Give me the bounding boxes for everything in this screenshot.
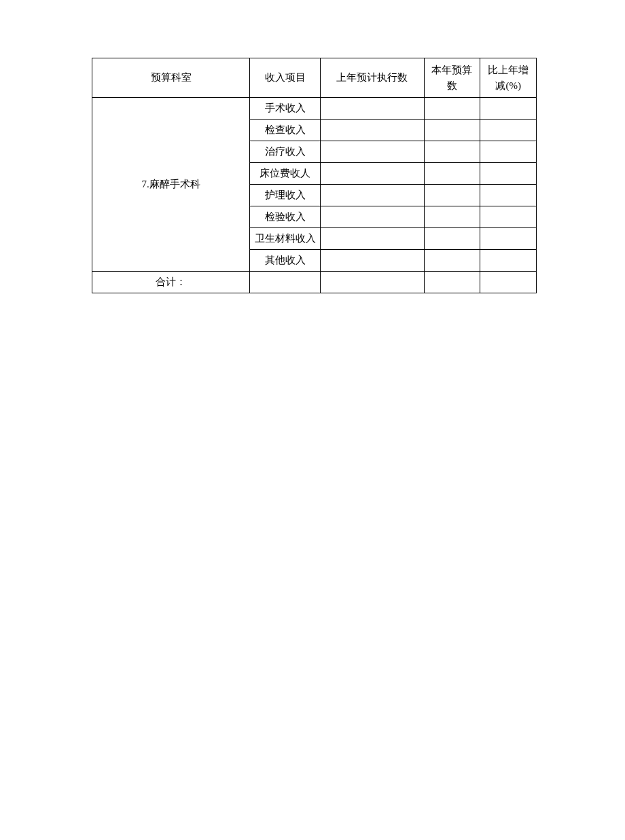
item-label: 其他收入 <box>250 250 320 272</box>
department-label: 7.麻醉手术科 <box>92 98 250 272</box>
cell-pct <box>480 206 537 228</box>
cell-budget <box>424 185 480 206</box>
total-label: 合计： <box>92 272 250 293</box>
cell-prev <box>320 163 424 185</box>
table-row: 7.麻醉手术科 手术收入 <box>92 98 537 120</box>
cell-budget <box>424 98 480 120</box>
cell-pct <box>480 120 537 141</box>
cell-budget <box>424 250 480 272</box>
cell-budget <box>424 120 480 141</box>
item-label: 检验收入 <box>250 206 320 228</box>
cell-budget <box>424 206 480 228</box>
cell-prev <box>320 250 424 272</box>
item-label: 治疗收入 <box>250 141 320 163</box>
cell-prev <box>320 141 424 163</box>
cell-prev <box>320 228 424 250</box>
total-pct <box>480 272 537 293</box>
cell-pct <box>480 98 537 120</box>
total-prev <box>320 272 424 293</box>
item-label: 卫生材料收入 <box>250 228 320 250</box>
header-item: 收入项目 <box>250 58 320 98</box>
cell-budget <box>424 141 480 163</box>
cell-budget <box>424 163 480 185</box>
cell-budget <box>424 228 480 250</box>
cell-pct <box>480 163 537 185</box>
header-department: 预算科室 <box>92 58 250 98</box>
table-header-row: 预算科室 收入项目 上年预计执行数 本年预算数 比上年增减(%) <box>92 58 537 98</box>
header-change-pct: 比上年增减(%) <box>480 58 537 98</box>
budget-table: 预算科室 收入项目 上年预计执行数 本年预算数 比上年增减(%) 7.麻醉手术科… <box>92 58 537 293</box>
total-budget <box>424 272 480 293</box>
cell-pct <box>480 250 537 272</box>
cell-prev <box>320 185 424 206</box>
header-prev-year: 上年预计执行数 <box>320 58 424 98</box>
cell-pct <box>480 185 537 206</box>
total-row: 合计： <box>92 272 537 293</box>
cell-prev <box>320 206 424 228</box>
cell-pct <box>480 228 537 250</box>
item-label: 检查收入 <box>250 120 320 141</box>
cell-pct <box>480 141 537 163</box>
cell-prev <box>320 98 424 120</box>
cell-prev <box>320 120 424 141</box>
item-label: 床位费收人 <box>250 163 320 185</box>
total-item <box>250 272 320 293</box>
item-label: 护理收入 <box>250 185 320 206</box>
item-label: 手术收入 <box>250 98 320 120</box>
header-this-year: 本年预算数 <box>424 58 480 98</box>
